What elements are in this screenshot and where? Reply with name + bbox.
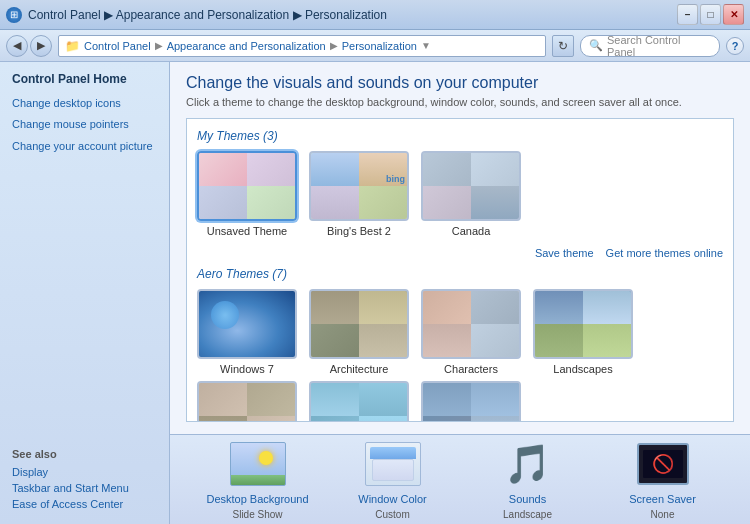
bottom-window-color[interactable]: Window Color Custom (338, 439, 448, 520)
sidebar-home[interactable]: Control Panel Home (12, 72, 157, 86)
title-bar: ⊞ Control Panel ▶ Appearance and Persona… (0, 0, 750, 30)
aero-themes-row2 (197, 381, 723, 421)
address-pers[interactable]: Personalization (342, 40, 417, 52)
theme-bings[interactable]: bing Bing's Best 2 (309, 151, 409, 237)
theme-label-arch: Architecture (330, 363, 389, 375)
close-button[interactable]: ✕ (723, 4, 744, 25)
themes-scroll-area: My Themes (3) Unsaved (186, 118, 734, 422)
music-notes-icon: 🎵 (504, 442, 551, 486)
refresh-button[interactable]: ↻ (552, 35, 574, 57)
themes-inner: My Themes (3) Unsaved (187, 119, 733, 421)
address-cp[interactable]: Control Panel (84, 40, 151, 52)
bottom-label-ss[interactable]: Screen Saver (629, 493, 696, 505)
content: Change the visuals and sounds on your co… (170, 62, 750, 434)
folder-icon: 📁 (65, 39, 80, 53)
main-layout: Control Panel Home Change desktop icons … (0, 62, 750, 524)
sounds-icon: 🎵 (498, 439, 558, 489)
theme-thumb-unsaved[interactable] (197, 151, 297, 221)
theme-thumb-win7[interactable] (197, 289, 297, 359)
get-more-link[interactable]: Get more themes online (606, 247, 723, 259)
window-color-icon (363, 439, 423, 489)
theme-thumb-row2b[interactable] (309, 381, 409, 421)
address-box[interactable]: 📁 Control Panel ▶ Appearance and Persona… (58, 35, 546, 57)
theme-label-canada: Canada (452, 225, 491, 237)
no-circle-icon: 🚫 (652, 453, 674, 475)
theme-thumb-row2a[interactable] (197, 381, 297, 421)
sidebar-desktop-icons[interactable]: Change desktop icons (12, 96, 157, 111)
sidebar-taskbar[interactable]: Taskbar and Start Menu (12, 482, 157, 494)
nav-buttons: ◀ ▶ (6, 35, 52, 57)
theme-arch[interactable]: Architecture (309, 289, 409, 375)
bottom-label-wc[interactable]: Window Color (358, 493, 426, 505)
bottom-sounds[interactable]: 🎵 Sounds Landscape (473, 439, 583, 520)
desktop-background-icon (228, 439, 288, 489)
theme-thumb-land[interactable] (533, 289, 633, 359)
page-subtitle: Click a theme to change the desktop back… (186, 96, 734, 108)
window-icon: ⊞ (6, 7, 22, 23)
breadcrumb-cp: Control Panel (28, 8, 101, 22)
theme-unsaved[interactable]: Unsaved Theme (197, 151, 297, 237)
help-button[interactable]: ? (726, 37, 744, 55)
save-row: Save theme Get more themes online (197, 243, 723, 267)
back-button[interactable]: ◀ (6, 35, 28, 57)
title-bar-left: ⊞ Control Panel ▶ Appearance and Persona… (6, 7, 387, 23)
screen-saver-icon: 🚫 (633, 439, 693, 489)
maximize-button[interactable]: □ (700, 4, 721, 25)
title-buttons: – □ ✕ (677, 4, 744, 25)
address-ap[interactable]: Appearance and Personalization (167, 40, 326, 52)
my-themes-label: My Themes (3) (197, 129, 723, 143)
sidebar-ease[interactable]: Ease of Access Center (12, 498, 157, 510)
arrow2: ▶ (293, 8, 305, 22)
theme-land[interactable]: Landscapes (533, 289, 633, 375)
breadcrumb-pers: Personalization (305, 8, 387, 22)
theme-thumb-canada[interactable] (421, 151, 521, 221)
my-themes-grid: Unsaved Theme bing (197, 151, 723, 237)
bottom-bar: Desktop Background Slide Show Window Col… (170, 434, 750, 524)
sidebar: Control Panel Home Change desktop icons … (0, 62, 170, 524)
search-icon: 🔍 (589, 39, 603, 52)
theme-thumb-bings[interactable]: bing (309, 151, 409, 221)
theme-label-chars: Characters (444, 363, 498, 375)
save-theme-link[interactable]: Save theme (535, 247, 594, 259)
theme-thumb-arch[interactable] (309, 289, 409, 359)
arrow1: ▶ (104, 8, 116, 22)
title-text: Control Panel ▶ Appearance and Personali… (28, 8, 387, 22)
aero-themes-grid: Windows 7 Architect (197, 289, 723, 375)
bottom-screen-saver[interactable]: 🚫 Screen Saver None (608, 439, 718, 520)
theme-label-unsaved: Unsaved Theme (207, 225, 288, 237)
bottom-label-db[interactable]: Desktop Background (206, 493, 308, 505)
bottom-sub-db: Slide Show (232, 509, 282, 520)
theme-row2c[interactable] (421, 381, 521, 421)
forward-button[interactable]: ▶ (30, 35, 52, 57)
bottom-sub-sounds: Landscape (503, 509, 552, 520)
sidebar-mouse-pointers[interactable]: Change mouse pointers (12, 117, 157, 132)
theme-chars[interactable]: Characters (421, 289, 521, 375)
sidebar-display[interactable]: Display (12, 466, 157, 478)
theme-label-win7: Windows 7 (220, 363, 274, 375)
theme-canada[interactable]: Canada (421, 151, 521, 237)
address-bar: ◀ ▶ 📁 Control Panel ▶ Appearance and Per… (0, 30, 750, 62)
theme-row2b[interactable] (309, 381, 409, 421)
theme-row2a[interactable] (197, 381, 297, 421)
breadcrumb-ap: Appearance and Personalization (116, 8, 289, 22)
sidebar-divider (12, 160, 157, 448)
page-title: Change the visuals and sounds on your co… (186, 74, 734, 92)
theme-label-bings: Bing's Best 2 (327, 225, 391, 237)
theme-thumb-chars[interactable] (421, 289, 521, 359)
bottom-sub-wc: Custom (375, 509, 409, 520)
theme-label-land: Landscapes (553, 363, 612, 375)
sidebar-account-picture[interactable]: Change your account picture (12, 139, 157, 154)
theme-thumb-row2c[interactable] (421, 381, 521, 421)
search-box[interactable]: 🔍 Search Control Panel (580, 35, 720, 57)
theme-win7[interactable]: Windows 7 (197, 289, 297, 375)
bottom-sub-ss: None (651, 509, 675, 520)
bottom-label-sounds[interactable]: Sounds (509, 493, 546, 505)
see-also-label: See also (12, 448, 157, 460)
search-placeholder: Search Control Panel (607, 34, 711, 58)
aero-themes-label: Aero Themes (7) (197, 267, 723, 281)
bottom-desktop-bg[interactable]: Desktop Background Slide Show (203, 439, 313, 520)
content-area: Change the visuals and sounds on your co… (170, 62, 750, 524)
minimize-button[interactable]: – (677, 4, 698, 25)
